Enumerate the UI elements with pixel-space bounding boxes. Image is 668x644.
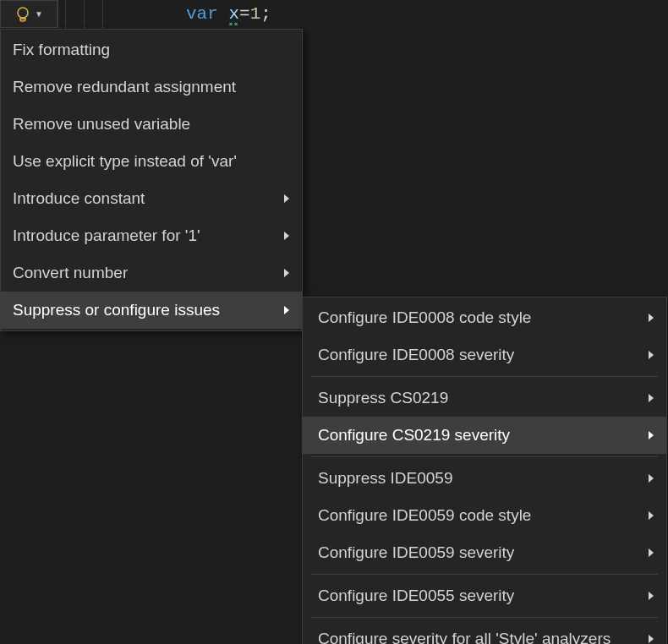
quick-actions-trigger[interactable]: ▼ (0, 0, 57, 28)
code-semicolon: ; (260, 4, 271, 24)
submenu-arrow-icon (648, 469, 654, 488)
submenu-item[interactable]: Configure severity for all 'Style' analy… (303, 620, 666, 644)
lightbulb-icon (14, 6, 31, 23)
submenu-item-label: Configure severity for all 'Style' analy… (318, 630, 611, 644)
menu-item[interactable]: Use explicit type instead of 'var' (1, 143, 302, 180)
submenu-item[interactable]: Suppress CS0219 (303, 379, 666, 417)
menu-item[interactable]: Introduce constant (1, 180, 302, 217)
submenu-item-label: Configure IDE0059 code style (318, 506, 531, 525)
submenu-item-label: Configure IDE0055 severity (318, 587, 514, 605)
submenu-arrow-icon (648, 506, 654, 525)
code-operator: = (239, 4, 250, 24)
submenu-arrow-icon (283, 189, 290, 208)
menu-item-label: Convert number (13, 264, 128, 282)
menu-item-label: Introduce constant (13, 189, 145, 208)
submenu-item-label: Configure CS0219 severity (318, 426, 510, 445)
submenu-item-label: Configure IDE0059 severity (318, 543, 514, 562)
menu-item-label: Fix formatting (13, 41, 110, 59)
submenu-arrow-icon (648, 389, 654, 407)
menu-item[interactable]: Introduce parameter for '1' (1, 217, 302, 254)
submenu-arrow-icon (648, 543, 654, 562)
menu-item[interactable]: Remove redundant assignment (1, 68, 302, 106)
submenu-item[interactable]: Configure CS0219 severity (303, 417, 666, 454)
indent-guides (57, 0, 118, 28)
code-identifier: x (228, 4, 239, 24)
code-text[interactable]: var x = 1 ; (118, 0, 271, 28)
menu-separator (311, 617, 658, 618)
submenu-arrow-icon (648, 630, 654, 644)
menu-item-label: Suppress or configure issues (13, 301, 220, 319)
chevron-down-icon: ▼ (35, 9, 43, 19)
quick-actions-menu: Fix formattingRemove redundant assignmen… (0, 29, 303, 331)
menu-item[interactable]: Fix formatting (1, 31, 302, 68)
submenu-arrow-icon (648, 587, 654, 605)
menu-separator (311, 574, 658, 575)
menu-item[interactable]: Suppress or configure issues (1, 292, 302, 329)
editor-line: ▼ var x = 1 ; (0, 0, 668, 29)
submenu-item-label: Configure IDE0008 code style (318, 308, 531, 327)
submenu-arrow-icon (283, 226, 290, 245)
menu-item-label: Introduce parameter for '1' (13, 226, 200, 245)
menu-item-label: Remove redundant assignment (13, 78, 236, 96)
menu-separator (311, 376, 658, 377)
squiggle-underline (228, 23, 239, 25)
menu-item[interactable]: Convert number (1, 254, 302, 292)
submenu-item[interactable]: Configure IDE0059 severity (303, 534, 666, 571)
code-literal: 1 (250, 4, 261, 24)
submenu-item-label: Suppress IDE0059 (318, 469, 453, 488)
menu-item-label: Remove unused variable (13, 115, 190, 134)
submenu-item[interactable]: Configure IDE0059 code style (303, 497, 666, 534)
submenu-item[interactable]: Suppress IDE0059 (303, 460, 666, 497)
submenu-item-label: Suppress CS0219 (318, 389, 448, 407)
svg-point-0 (18, 8, 28, 18)
submenu-item[interactable]: Configure IDE0055 severity (303, 577, 666, 614)
menu-separator (311, 456, 658, 457)
submenu-arrow-icon (648, 426, 654, 445)
submenu-item[interactable]: Configure IDE0008 code style (303, 299, 666, 336)
menu-item-label: Use explicit type instead of 'var' (13, 152, 237, 171)
submenu-arrow-icon (648, 346, 654, 364)
submenu-arrow-icon (648, 308, 654, 327)
submenu-item[interactable]: Configure IDE0008 severity (303, 336, 666, 374)
submenu-arrow-icon (283, 264, 290, 282)
menu-item[interactable]: Remove unused variable (1, 106, 302, 143)
suppress-configure-submenu: Configure IDE0008 code styleConfigure ID… (302, 297, 667, 644)
code-keyword: var (186, 4, 218, 24)
submenu-arrow-icon (283, 301, 290, 319)
submenu-item-label: Configure IDE0008 severity (318, 346, 514, 364)
